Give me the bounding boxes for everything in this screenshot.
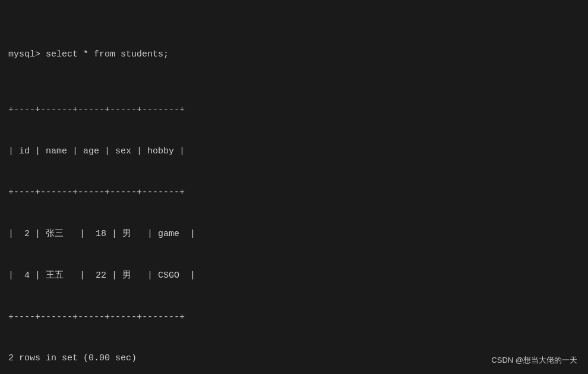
terminal: mysql> select * from students; +----+---… xyxy=(0,0,588,374)
prompt: mysql> select * from students; xyxy=(8,49,169,59)
table-header: | id | name | age | sex | hobby | xyxy=(8,144,580,158)
table-row: | 2 | 张三 | 18 | 男 | game | xyxy=(8,227,580,241)
line-1: mysql> select * from students; xyxy=(8,48,580,61)
watermark: CSDN @想当大佬的一天 xyxy=(491,355,577,366)
table-divider: +----+------+-----+-----+-------+ xyxy=(8,310,580,324)
table-divider: +----+------+-----+-----+-------+ xyxy=(8,186,580,199)
table-row: | 4 | 王五 | 22 | 男 | CSGO | xyxy=(8,269,580,282)
table-divider: +----+------+-----+-----+-------+ xyxy=(8,103,580,117)
